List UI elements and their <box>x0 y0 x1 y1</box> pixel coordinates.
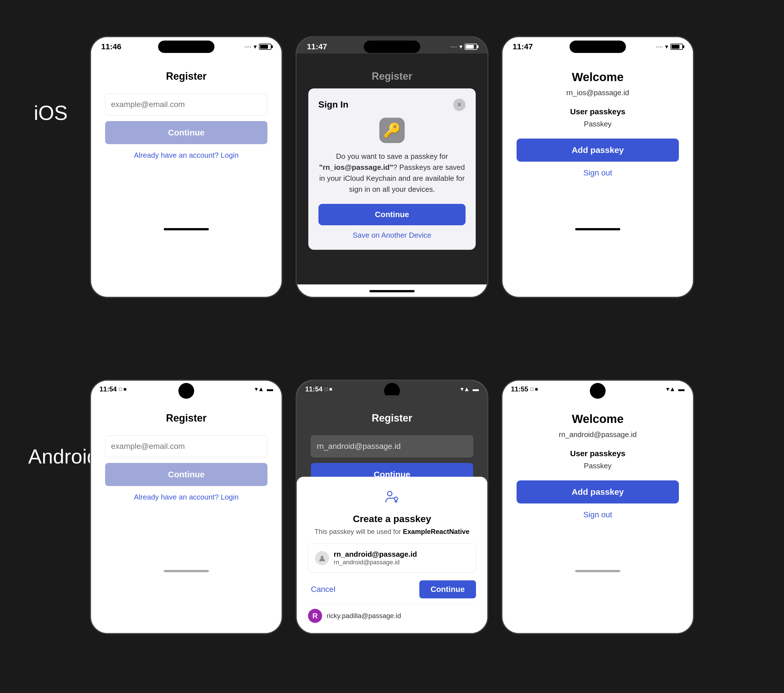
android-status-right-1: ▾▲ ▬ <box>255 386 273 393</box>
home-indicator-1 <box>164 228 209 230</box>
android-user-passkeys-header-3: User passkeys <box>517 449 679 458</box>
continue-button-1[interactable]: Continue <box>105 121 267 144</box>
register-title-1: Register <box>105 71 267 82</box>
android-signal-dots-3: □ ■ <box>530 386 538 392</box>
home-indicator-2 <box>369 290 415 292</box>
dialog-text: Do you want to save a passkey for "rn_io… <box>318 151 466 195</box>
battery-icon-3 <box>670 44 683 50</box>
android-home-indicator-3 <box>575 570 620 572</box>
welcome-title-3: Welcome <box>517 71 679 84</box>
battery-icon-2 <box>465 44 477 50</box>
register-screen-1: Register Continue Already have an accoun… <box>91 54 282 222</box>
save-device-link[interactable]: Save on Another Device <box>318 231 466 240</box>
android-battery-1: ▬ <box>267 386 273 393</box>
svg-point-2 <box>321 556 323 559</box>
dialog-header: Sign In ✕ <box>318 99 466 111</box>
time-3: 11:47 <box>512 42 533 51</box>
android-email-input-2[interactable] <box>311 435 473 457</box>
ios-status-bar-2: 11:47 ···· ▾ <box>297 37 487 54</box>
svg-point-1 <box>394 497 398 500</box>
android-signout-link-3[interactable]: Sign out <box>517 510 679 519</box>
dialog-overlay-2: Sign In ✕ 🔑 Do you want to save a passke… <box>297 54 487 284</box>
android-continue-button-1[interactable]: Continue <box>105 463 267 486</box>
android-signal-dots-2: □ ■ <box>324 386 332 392</box>
wifi-icon-2: ▾ <box>460 43 463 51</box>
android-circle-3 <box>590 383 606 399</box>
status-icons-2: ···· ▾ <box>450 43 477 51</box>
android-register-title-1: Register <box>105 412 267 424</box>
android-status-bar-3: 11:55 □ ■ ▾▲ ▬ <box>502 381 693 395</box>
signal-icon-2: ···· <box>450 43 457 51</box>
android-phone-3: 11:55 □ ■ ▾▲ ▬ Welcome rn_android@passag… <box>502 380 693 634</box>
time-1: 11:46 <box>101 42 122 51</box>
android-welcome-title-3: Welcome <box>517 412 679 426</box>
android-register-screen-1: Register Continue Already have an accoun… <box>91 395 282 564</box>
dialog-title: Sign In <box>318 99 349 110</box>
dark-screen-2: Register Continue Already have an accoun… <box>297 54 487 284</box>
cancel-button[interactable]: Cancel <box>308 582 338 597</box>
android-passkey-icon <box>308 488 476 509</box>
android-welcome-email-3: rn_android@passage.id <box>517 430 679 439</box>
google-avatar: R <box>308 609 322 623</box>
status-icons-1: ···· ▾ <box>245 43 272 51</box>
welcome-email-3: rn_ios@passage.id <box>517 89 679 97</box>
android-wifi-3: ▾▲ <box>666 386 675 393</box>
android-status-left-3: 11:55 □ ■ <box>511 385 538 393</box>
android-phone-2: 11:54 □ ■ ▾▲ ▬ Register Continue Already… <box>296 380 488 634</box>
dynamic-island-2 <box>364 41 420 53</box>
account-email-detail: rn_android@passage.id <box>334 559 469 566</box>
email-input-1[interactable] <box>105 94 267 115</box>
ios-phone-1: 11:46 ···· ▾ Register Continue Already h… <box>91 37 282 297</box>
android-register-title-2: Register <box>311 412 473 424</box>
android-status-left-1: 11:54 □ ■ <box>99 385 127 393</box>
svg-point-0 <box>387 491 392 496</box>
android-dialog-actions: Cancel Continue <box>308 580 476 598</box>
android-account-row[interactable]: rn_android@passage.id rn_android@passage… <box>308 544 476 573</box>
android-battery-2: ▬ <box>473 386 479 393</box>
account-info: rn_android@passage.id rn_android@passage… <box>334 550 469 566</box>
android-passkey-dialog: Create a passkey This passkey will be us… <box>297 477 487 633</box>
account-name: rn_android@passage.id <box>334 550 469 559</box>
android-phone-1: 11:54 □ ■ ▾▲ ▬ Register Continue Already… <box>91 380 282 634</box>
android-wifi-2: ▾▲ <box>461 386 470 393</box>
android-status-right-2: ▾▲ ▬ <box>461 386 479 393</box>
dialog-close-button[interactable]: ✕ <box>453 99 466 111</box>
google-account-email: ricky.padilla@passage.id <box>327 612 401 620</box>
android-passkey-label-3: Passkey <box>517 461 679 470</box>
android-login-link-1[interactable]: Already have an account? Login <box>105 493 267 501</box>
wifi-icon-3: ▾ <box>665 43 668 51</box>
signal-icon-1: ···· <box>245 43 251 51</box>
welcome-screen-3: Welcome rn_ios@passage.id User passkeys … <box>502 54 693 222</box>
google-account-row[interactable]: R ricky.padilla@passage.id <box>308 604 476 627</box>
ios-row: 11:46 ···· ▾ Register Continue Already h… <box>11 37 773 297</box>
android-status-left-2: 11:54 □ ■ <box>305 385 332 393</box>
wifi-icon-1: ▾ <box>254 43 257 51</box>
passkey-label-3: Passkey <box>517 120 679 128</box>
android-dialog-continue-button[interactable]: Continue <box>419 580 476 598</box>
login-link-1[interactable]: Already have an account? Login <box>105 151 267 160</box>
ios-phone-2: 11:47 ···· ▾ Register Continue Already h… <box>296 37 488 297</box>
add-passkey-button-3[interactable]: Add passkey <box>517 138 679 162</box>
android-status-bar-1: 11:54 □ ■ ▾▲ ▬ <box>91 381 282 395</box>
android-status-right-3: ▾▲ ▬ <box>666 386 685 393</box>
android-row: 11:54 □ ■ ▾▲ ▬ Register Continue Already… <box>11 380 773 634</box>
user-passkeys-header-3: User passkeys <box>517 107 679 116</box>
dialog-continue-button[interactable]: Continue <box>318 204 466 225</box>
android-time-2: 11:54 <box>305 385 323 393</box>
android-time-3: 11:55 <box>511 385 528 393</box>
home-indicator-3 <box>575 228 620 230</box>
ios-status-bar-3: 11:47 ···· ▾ <box>502 37 693 54</box>
ios-status-bar-1: 11:46 ···· ▾ <box>91 37 282 54</box>
ios-phone-3: 11:47 ···· ▾ Welcome rn_ios@passage.id U… <box>502 37 693 297</box>
android-circle-1 <box>178 383 194 399</box>
android-welcome-screen-3: Welcome rn_android@passage.id User passk… <box>502 395 693 564</box>
android-status-bar-2: 11:54 □ ■ ▾▲ ▬ <box>297 381 487 395</box>
battery-icon-1 <box>259 44 272 50</box>
android-wifi-1: ▾▲ <box>255 386 264 393</box>
android-time-1: 11:54 <box>99 385 117 393</box>
signout-link-3[interactable]: Sign out <box>517 168 679 177</box>
dynamic-island-3 <box>570 41 626 53</box>
android-add-passkey-button-3[interactable]: Add passkey <box>517 480 679 504</box>
android-home-indicator-1 <box>164 570 209 572</box>
android-email-input-1[interactable] <box>105 435 267 457</box>
